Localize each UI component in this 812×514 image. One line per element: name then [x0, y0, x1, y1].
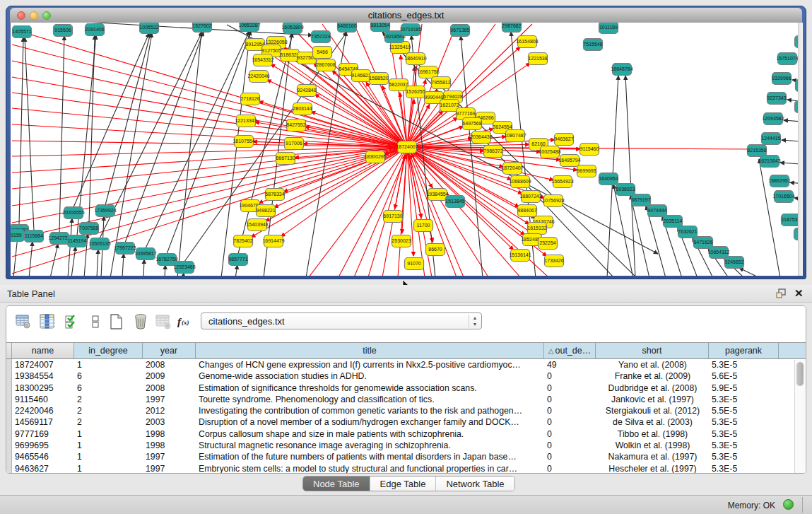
cell-short[interactable]: Yano et al. (2008): [596, 359, 709, 370]
cell-in_degree[interactable]: 6: [74, 382, 143, 394]
graph-node[interactable]: 15403948: [246, 219, 268, 231]
cell-pagerank[interactable]: 5.9E-5: [709, 382, 779, 394]
graph-edge[interactable]: [77, 35, 96, 235]
cell-short[interactable]: Franke et al. (2009): [596, 370, 709, 382]
cell-name[interactable]: 9699695: [12, 440, 74, 451]
graph-edge[interactable]: [71, 247, 76, 276]
cell-pagerank[interactable]: 5.5E-5: [709, 405, 779, 416]
graph-node[interactable]: 6879197: [631, 194, 650, 206]
graph-node[interactable]: 9242848: [297, 85, 316, 97]
graph-node[interactable]: 9474444: [647, 205, 666, 217]
graph-hub-node[interactable]: 18724007: [396, 141, 418, 153]
graph-node[interactable]: 8427552: [286, 119, 305, 132]
graph-node[interactable]: 12923468: [173, 262, 195, 274]
graph-node[interactable]: 5466: [313, 47, 332, 59]
cell-pagerank[interactable]: 5.3E-5: [709, 416, 779, 428]
table-vertical-scrollbar[interactable]: [794, 360, 805, 473]
memory-ok-indicator[interactable]: [783, 499, 794, 510]
cell-out_de[interactable]: 0: [544, 440, 596, 451]
graph-node[interactable]: 10025488: [539, 146, 560, 158]
graph-node[interactable]: 17016504: [772, 191, 794, 203]
cell-in_degree[interactable]: 1: [74, 428, 143, 440]
cell-in_degree[interactable]: 1: [74, 451, 143, 462]
graph-node[interactable]: 10653287: [238, 23, 260, 32]
cell-pagerank[interactable]: 5.3E-5: [709, 463, 779, 474]
graph-node[interactable]: 15654923: [551, 176, 573, 188]
cell-pagerank[interactable]: 5.3E-5: [709, 394, 779, 405]
graph-node[interactable]: 1513845: [445, 196, 464, 208]
window-titlebar[interactable]: citations_edges.txt: [10, 8, 802, 23]
graph-node[interactable]: 7955812: [431, 77, 450, 89]
cell-name[interactable]: 14569117: [12, 416, 74, 428]
table-row[interactable]: 911546021997Tourette syndrome. Phenomeno…: [6, 394, 806, 405]
table-row[interactable]: 1872400712008Changes of HCN gene express…: [6, 359, 806, 370]
cell-name[interactable]: 19384554: [12, 370, 74, 382]
cell-out_de[interactable]: 0: [544, 405, 596, 416]
graph-node[interactable]: 10719185: [399, 24, 421, 36]
graph-node[interactable]: 15892951: [768, 175, 790, 187]
cell-short[interactable]: de Silva et al. (2003): [596, 416, 709, 428]
graph-node[interactable]: 13505135: [88, 238, 110, 250]
graph-node[interactable]: 1640954: [599, 173, 618, 185]
cell-name[interactable]: 9463627: [12, 463, 74, 474]
graph-node[interactable]: 16543312: [252, 54, 273, 66]
graph-node[interactable]: 9671385: [450, 25, 469, 37]
close-panel-icon[interactable]: ✕: [794, 287, 804, 300]
cell-title[interactable]: Genome-wide association studies in ADHD.: [196, 370, 544, 382]
cell-title[interactable]: Estimation of the future numbers of pati…: [196, 451, 544, 462]
cell-out_de[interactable]: 0: [544, 451, 596, 462]
graph-node[interactable]: 18300295: [364, 151, 386, 163]
table-row[interactable]: 1830029562008Estimation of significance …: [6, 382, 806, 394]
cell-title[interactable]: Corpus callosum shape and size in male p…: [196, 428, 544, 440]
cell-pagerank[interactable]: 5.6E-5: [709, 370, 779, 382]
graph-node[interactable]: 16495794: [558, 155, 580, 167]
new-table-icon[interactable]: [107, 312, 126, 332]
graph-node[interactable]: 20364436: [470, 132, 492, 144]
graph-edge[interactable]: [12, 147, 407, 189]
cell-year[interactable]: 2008: [143, 382, 196, 394]
cell-in_degree[interactable]: 1: [74, 359, 143, 370]
graph-node[interactable]: 1115684: [25, 230, 44, 243]
graph-edge[interactable]: [143, 259, 144, 276]
graph-node[interactable]: 1527602: [192, 23, 211, 33]
graph-node[interactable]: 2987682: [502, 23, 521, 33]
graph-edge[interactable]: [12, 147, 407, 206]
column-header-out_de[interactable]: △out_de…: [544, 343, 596, 358]
graph-node[interactable]: 2530023: [392, 235, 411, 247]
graph-node[interactable]: 15136141: [509, 250, 531, 262]
graph-node[interactable]: 2091406: [85, 24, 104, 36]
cell-pagerank[interactable]: 5.3E-5: [709, 428, 779, 440]
graph-node[interactable]: 8667130: [276, 153, 295, 165]
cell-year[interactable]: 2003: [143, 416, 196, 428]
cell-name[interactable]: 9115460: [12, 394, 74, 405]
graph-node[interactable]: 12093582: [762, 113, 784, 125]
graph-node[interactable]: 86670: [426, 244, 445, 256]
graph-node[interactable]: 8471626: [693, 237, 712, 249]
cell-out_de[interactable]: 0: [544, 394, 596, 405]
graph-node[interactable]: 9329966: [772, 73, 791, 85]
graph-edge[interactable]: [19, 37, 23, 225]
cell-in_degree[interactable]: 2: [74, 416, 143, 428]
cell-short[interactable]: Wolkin et al. (1998): [596, 440, 709, 451]
show-columns-icon[interactable]: [37, 312, 57, 332]
cell-short[interactable]: Dudbridge et al. (2008): [596, 382, 709, 394]
cell-short[interactable]: Jankovic et al. (1997): [596, 394, 709, 405]
graph-node[interactable]: 1005532: [139, 23, 158, 34]
table-row[interactable]: 969969511998Structural magnetic resonanc…: [6, 440, 806, 451]
graph-node[interactable]: 18640910: [404, 53, 426, 65]
tab-network-table[interactable]: Network Table: [436, 477, 514, 491]
cell-year[interactable]: 2009: [143, 370, 196, 382]
graph-node[interactable]: 11700: [414, 220, 433, 232]
graph-node[interactable]: 915506: [54, 25, 73, 37]
graph-node[interactable]: 8813054: [370, 23, 389, 32]
graph-node[interactable]: 5938923: [616, 184, 635, 196]
cell-in_degree[interactable]: 2: [74, 405, 143, 416]
table-row[interactable]: 946362711997Embryonic stem cells: a mode…: [6, 463, 806, 474]
graph-node[interactable]: 6466160: [337, 23, 356, 33]
cell-out_de[interactable]: 0: [544, 463, 596, 474]
graph-node[interactable]: 1405571: [12, 26, 31, 38]
graph-edge[interactable]: [125, 32, 204, 243]
graph-edge[interactable]: [613, 185, 633, 276]
graph-node[interactable]: 7515546: [583, 39, 602, 51]
cell-year[interactable]: 1998: [143, 428, 196, 440]
